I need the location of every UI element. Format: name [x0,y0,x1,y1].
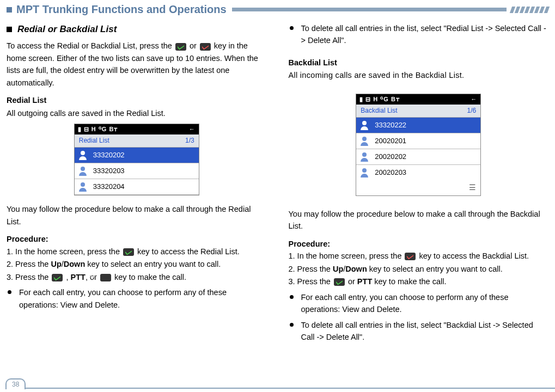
bullet-item: For each call entry, you can choose to p… [7,286,267,311]
bullet-icon [290,295,294,299]
section-heading-redial-backdial: Redial or Backdial List [7,22,267,36]
bullet-icon [290,26,294,30]
red-end-key-icon [200,43,211,51]
hash-key-icon [100,274,111,281]
list-row-text: 20020203 [375,167,406,178]
procedure-label: Procedure: [289,238,549,250]
intro-text-2: or [187,41,199,50]
green-call-key-icon [123,248,134,256]
step3-ptt: PTT [71,273,86,281]
step-3: 3. Press the , PTT, or key to make the c… [7,271,267,283]
list-row-text: 33320204 [93,181,125,192]
bullet-icon [290,323,294,327]
step3-text-a: 3. Press the [289,277,333,286]
step2-text-a: 2. Press the [7,260,51,268]
list-row: 20020203 [356,165,480,180]
phone-list-header: Backdial List 1/6 [356,105,480,118]
step-1: 1. In the home screen, press the key to … [7,246,267,258]
section-heading-text: Redial or Backdial List [17,22,117,36]
step-3: 3. Press the or PTT key to make the call… [289,275,549,287]
left-column: Redial or Backdial List To access the Re… [7,22,267,343]
backdial-list-heading: Backdial List [289,57,549,69]
green-call-key-icon [334,278,345,286]
right-column: To delete all call entries in the list, … [289,22,549,343]
intro-text-1: To access the Redial or Backdial List, p… [7,41,174,50]
statusbar-left: ▮ ⊟ H ᴳG Bᴛ [359,95,400,104]
list-row-selected: 33320202 [75,148,199,163]
avatar-icon [359,120,369,130]
step3-text-d: key to make the call. [112,273,186,281]
step-2: 2. Press the Up/Down key to select an en… [289,263,549,275]
bullet-text: For each call entry, you can choose to p… [301,291,549,316]
list-row-text: 33320202 [93,150,125,161]
page-number: 38 [5,378,26,389]
statusbar-right: ← [189,125,196,134]
header-hatch-icon [511,7,548,13]
phone-statusbar: ▮ ⊟ H ᴳG Bᴛ ← [75,124,199,134]
list-row: 20020202 [356,149,480,165]
statusbar-right: ← [471,95,477,104]
intro-paragraph: To access the Redial or Backdial List, p… [7,40,267,89]
footer-line [24,388,555,389]
step2-text-b: key to select an entry you want to call. [367,265,503,273]
avatar-icon [78,182,88,192]
bullet-item: For each call entry, you can choose to p… [289,291,549,316]
menu-icon: ☰ [469,182,476,194]
step2-text-b: key to select an entry you want to call. [85,260,221,268]
bullet-item: To delete all call entries in the list, … [289,319,549,344]
list-count: 1/3 [185,136,194,146]
step-1: 1. In the home screen, press the key to … [289,250,549,262]
phone-list-header: Redial List 1/3 [75,134,199,148]
list-row: 20020201 [356,133,480,149]
green-call-key-icon [175,43,186,51]
list-title: Redial List [79,136,109,146]
step2-up: Up [333,265,343,273]
follow-text: You may follow the procedure below to ma… [289,208,549,232]
phone-statusbar: ▮ ⊟ H ᴳG Bᴛ ← [356,94,480,105]
header-title: MPT Trunking Functions and Operations [16,3,227,16]
green-call-key-icon [52,274,63,281]
statusbar-left: ▮ ⊟ H ᴳG Bᴛ [78,125,118,134]
bullet-text: To delete all call entries in the list, … [301,319,549,344]
section-square-icon [7,27,12,32]
red-end-key-icon [405,253,416,260]
step2-up: Up [51,260,61,268]
list-row: 33320203 [75,163,199,179]
avatar-icon [359,136,369,146]
redial-list-heading: Redial List [7,94,267,106]
step1-text-b: key to access the Redial List. [135,247,240,256]
step2-down: Down [64,260,85,268]
list-row-text: 33320203 [93,166,125,176]
step3-ptt: PTT [357,277,372,286]
header-square-icon [7,7,12,13]
avatar-icon [359,152,369,162]
backdial-list-desc: All incoming calls are saved in the Back… [289,69,549,81]
list-row: 33320204 [75,179,199,195]
procedure-label: Procedure: [7,233,267,245]
step-2: 2. Press the Up/Down key to select an en… [7,258,267,270]
follow-text: You may follow the procedure below to ma… [7,203,267,228]
bullet-text: For each call entry, you can choose to p… [19,286,267,311]
step3-text-b: , [64,273,70,281]
list-count: 1/6 [467,106,477,116]
step1-text-a: 1. In the home screen, press the [7,247,122,256]
step3-text-a: 3. Press the [7,273,51,281]
list-row-text: 33320222 [375,120,406,131]
list-row-text: 20020202 [375,151,406,162]
page-footer: 38 [0,388,555,389]
list-row-selected: 33320222 [356,118,480,133]
bullet-item: To delete all call entries in the list, … [289,22,549,47]
avatar-icon [78,166,88,176]
bullet-text: To delete all call entries in the list, … [301,22,549,47]
step3-text-c: key to make the call. [372,277,446,286]
redial-list-screenshot: ▮ ⊟ H ᴳG Bᴛ ← Redial List 1/3 33320202 3… [74,124,199,195]
step1-text-a: 1. In the home screen, press the [289,252,404,260]
step1-text-b: key to access the Backdial List. [417,252,529,260]
phone-bottom-row: ☰ [356,180,480,195]
list-row-text: 20020201 [375,136,406,146]
step2-text-a: 2. Press the [289,265,333,273]
bullet-icon [8,290,11,294]
redial-list-desc: All outgoing calls are saved in the Redi… [7,107,267,119]
list-title: Backdial List [361,106,397,116]
avatar-icon [78,150,88,160]
